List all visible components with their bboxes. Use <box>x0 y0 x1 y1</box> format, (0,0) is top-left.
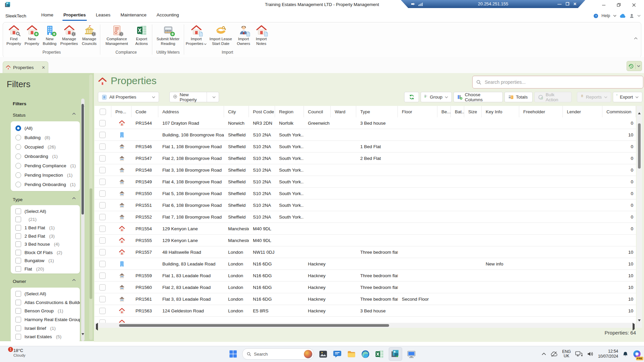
column-header-address[interactable]: Address <box>158 106 224 117</box>
menu-item-home[interactable]: Home <box>36 10 58 21</box>
table-row-pr1554[interactable]: PR1554129 Kenyon LaneManchesterM40 9DL0 <box>95 223 636 235</box>
column-header-bat[interactable]: Bat... <box>451 106 464 117</box>
filter-option-flat[interactable]: Flat(20) <box>11 265 80 273</box>
filter-option-block-of-flats[interactable]: Block Of Flats(2) <box>11 248 80 257</box>
task-view-icon[interactable] <box>318 349 328 359</box>
filter-option[interactable]: (21) <box>11 216 80 224</box>
filter-option-2-bed-flat[interactable]: 2 Bed Flat(3) <box>11 232 80 240</box>
column-header-ward[interactable]: Ward <box>331 106 356 117</box>
tray-expand-icon[interactable] <box>542 353 546 355</box>
row-checkbox[interactable] <box>99 296 106 302</box>
menu-item-accounting[interactable]: Accounting <box>152 10 184 21</box>
filters-scrollbar-thumb[interactable] <box>82 104 84 215</box>
menu-item-maintenance[interactable]: Maintenance <box>115 10 151 21</box>
column-header-council[interactable]: Council <box>304 106 331 117</box>
radio-button[interactable] <box>15 144 21 150</box>
table-row-pr1547[interactable]: PR1547Flat 2, 108 Broomgrove RoadSheffie… <box>95 153 636 164</box>
window-minimize-icon[interactable] <box>596 0 611 10</box>
filter-option--all-[interactable]: (All) <box>11 123 80 133</box>
menu-item-leases[interactable]: Leases <box>91 10 116 21</box>
filter-option-pending-onboarding[interactable]: Pending Onboarding(1) <box>11 180 80 189</box>
select-all-checkbox[interactable] <box>100 109 106 115</box>
view-select[interactable]: All Properties <box>98 92 159 102</box>
row-checkbox[interactable] <box>99 214 106 220</box>
row-checkbox[interactable] <box>99 167 106 173</box>
table-row-pr1550[interactable]: PR1550Flat 5, 108 Broomgrove RoadSheffie… <box>95 188 636 199</box>
filters-scrollbar[interactable] <box>81 99 85 341</box>
table-row-pr1561[interactable]: PR1561Flat 3, 83 Leadale RoadLondonN16 6… <box>95 293 636 305</box>
rdp-close-icon[interactable]: ✕ <box>571 1 579 7</box>
onedrive-paused-icon[interactable] <box>550 351 558 357</box>
ribbon-button-import-owners[interactable]: Import Owners <box>234 23 253 49</box>
column-header-lender[interactable]: Lender <box>563 106 602 117</box>
column-header-city[interactable]: City <box>224 106 249 117</box>
row-checkbox[interactable] <box>99 132 106 138</box>
chevron-up-icon[interactable] <box>72 197 76 202</box>
radio-button[interactable] <box>15 163 21 169</box>
row-checkbox[interactable] <box>99 249 106 255</box>
column-header-commission[interactable]: Commission <box>602 106 636 117</box>
row-checkbox[interactable] <box>99 226 106 232</box>
row-checkbox[interactable] <box>99 308 106 314</box>
table-row-pr1560[interactable]: PR1560Flat 2, 83 Leadale RoadLondonN16 6… <box>95 282 636 293</box>
tab-properties[interactable]: Properties ✕ <box>3 61 48 73</box>
radio-button[interactable] <box>15 154 21 159</box>
column-header-region[interactable]: Region <box>275 106 304 117</box>
row-checkbox[interactable] <box>99 155 106 162</box>
row-checkbox[interactable] <box>99 143 106 150</box>
export-button[interactable]: Export <box>613 92 642 102</box>
clock-datetime[interactable]: 12:5410/07/2024 <box>598 349 618 359</box>
table-row-pr1559[interactable]: PR1559Flat 1, 83 Leadale RoadLondonN16 6… <box>95 270 636 282</box>
column-header-postcode[interactable]: Post Code <box>249 106 275 117</box>
column-header-be[interactable]: Be... <box>437 106 451 117</box>
filter-option-occupied[interactable]: Occupied(26) <box>11 142 80 152</box>
table-row-pr1555[interactable]: PR1555129 Kenyon LaneManchesterM40 9DL <box>95 235 636 246</box>
menu-item-properties[interactable]: Properties <box>58 10 91 21</box>
window-close-icon[interactable] <box>626 0 641 10</box>
table-row-pr1552[interactable]: PR1552Flat 7, 108 Broomgrove RoadSheffie… <box>95 211 636 223</box>
vertical-scrollbar[interactable] <box>637 106 642 328</box>
checkbox[interactable] <box>15 266 21 272</box>
scroll-right-icon[interactable] <box>633 324 635 329</box>
filter-section-header-status[interactable]: Status <box>13 113 76 118</box>
checkbox[interactable] <box>15 225 21 231</box>
ribbon-collapse-icon[interactable] <box>634 37 638 40</box>
table-row-pr1551[interactable]: PR1551Flat 6, 108 Broomgrove RoadSheffie… <box>95 199 636 211</box>
notifications-bell-icon[interactable] <box>623 351 628 357</box>
help-icon[interactable]: ? <box>593 13 598 18</box>
filter-option-benson-group[interactable]: Benson Group(1) <box>11 307 80 315</box>
ribbon-button-export-actions[interactable]: Export Actions <box>132 23 151 49</box>
scroll-down-icon[interactable] <box>638 321 641 326</box>
row-checkbox[interactable] <box>99 261 106 267</box>
filter-option-onboarding[interactable]: Onboarding(1) <box>11 152 80 161</box>
checkbox[interactable] <box>15 317 21 322</box>
table-row-pr1544[interactable]: PR1544107 Drayton RoadNorwichNR3 2DNNorf… <box>95 117 636 129</box>
filter-option-bungalow[interactable]: Bungalow(1) <box>11 257 80 265</box>
chevron-up-icon[interactable] <box>72 113 76 118</box>
group-button[interactable]: Group <box>421 92 452 102</box>
table-row-pr1549[interactable]: PR1549Flat 4, 108 Broomgrove RoadSheffie… <box>95 176 636 188</box>
filter-option-3-bed-house[interactable]: 3 Bed house(4) <box>11 240 80 248</box>
taskbar-weather[interactable]: 18°C Cloudy <box>13 348 25 358</box>
filter-option-pending-inspection[interactable]: Pending Inspection(1) <box>11 170 80 180</box>
table-row-pr1548[interactable]: PR1548Flat 3, 108 Broomgrove RoadSheffie… <box>95 164 636 176</box>
rdp-minimize-icon[interactable]: — <box>555 1 564 7</box>
checkbox[interactable] <box>15 250 21 255</box>
totals-button[interactable]: Σ Totals <box>504 92 533 102</box>
filter-option-1-bed-flat[interactable]: 1 Bed Flat(1) <box>11 224 80 232</box>
tab-close-icon[interactable]: ✕ <box>42 65 45 70</box>
checkbox[interactable] <box>15 291 21 297</box>
row-checkbox[interactable] <box>99 202 106 208</box>
filter-option--select-all-[interactable]: (Select All) <box>11 207 80 216</box>
checkbox[interactable] <box>15 258 21 263</box>
column-header-type[interactable]: Type <box>356 106 398 117</box>
ribbon-button-import-lease[interactable]: Import Lease Start Date <box>207 23 234 49</box>
scroll-down-icon[interactable] <box>82 335 84 340</box>
help-label[interactable]: Help <box>601 13 610 18</box>
checkbox[interactable] <box>15 308 21 314</box>
ribbon-button-submit-meter-reading[interactable]: Submit Meter Reading <box>153 23 183 49</box>
table-row-pr1563[interactable]: PR1563124 Geldeston RoadLondonE5 8RSHack… <box>95 305 636 317</box>
choose-columns-button[interactable]: Choose Columns <box>453 92 503 102</box>
chevron-down-icon[interactable] <box>637 65 640 67</box>
checkbox[interactable] <box>15 208 21 214</box>
